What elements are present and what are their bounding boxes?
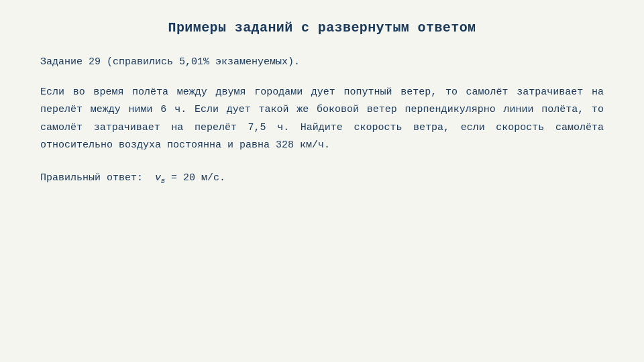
body-paragraph: Если во время полёта между двумя городам… xyxy=(40,84,604,154)
page-container: Примеры заданий с развернутым ответом За… xyxy=(40,20,604,187)
answer-label: Правильный ответ: xyxy=(40,172,143,184)
answer-formula: vв xyxy=(149,172,171,184)
task-number-line: Задание 29 (справились 5,01% экзаменуемы… xyxy=(40,54,604,70)
answer-line: Правильный ответ: vв = 20 м/с. xyxy=(40,170,604,187)
page-title: Примеры заданий с развернутым ответом xyxy=(40,20,604,36)
answer-value: = 20 м/с. xyxy=(171,172,225,184)
